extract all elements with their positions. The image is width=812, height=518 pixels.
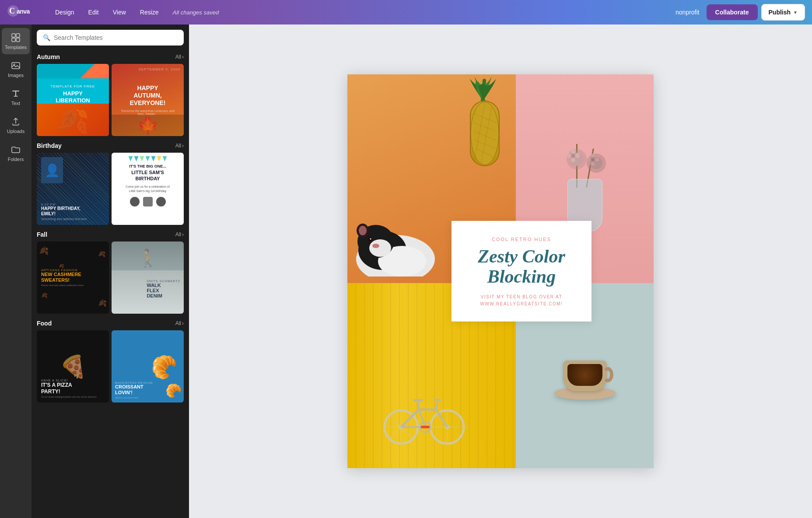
svg-rect-53 xyxy=(421,426,430,428)
vase xyxy=(567,153,602,231)
svg-line-51 xyxy=(436,401,438,410)
section-title-autumn: Autumn xyxy=(37,53,60,60)
topnav: C anva Design Edit View Resize All chang… xyxy=(0,0,812,24)
search-icon: 🔍 xyxy=(43,34,50,41)
svg-rect-50 xyxy=(413,399,423,402)
svg-text:C: C xyxy=(9,7,15,15)
sidebar-item-folders[interactable]: Folders xyxy=(2,140,30,166)
template-grid-food: 🍕 HAVE A SLICE! IT'S A PIZZAPARTY! Go to… xyxy=(37,330,184,402)
sidebar-item-uploads[interactable]: Uploads xyxy=(2,112,30,138)
svg-line-49 xyxy=(418,401,419,410)
template-card-autumn2[interactable]: SEPTEMBER 5, 2024 HAPPYAUTUMN,EVERYONE! … xyxy=(112,64,184,136)
svg-point-31 xyxy=(567,154,571,158)
icon-sidebar: Templates Images Text xyxy=(0,24,32,518)
search-bar: 🔍 xyxy=(32,24,189,49)
publish-button[interactable]: Publish ▼ xyxy=(761,4,805,21)
image-icon xyxy=(10,60,21,71)
upload-icon xyxy=(10,116,21,127)
design-canvas[interactable]: COOL RETRO HUES Zesty Color Blocking VIS… xyxy=(347,74,654,468)
svg-point-38 xyxy=(591,158,594,161)
svg-point-21 xyxy=(369,239,391,257)
overlay-subtitle: COOL RETRO HUES xyxy=(466,237,578,242)
template-grid-fall: 🍂 🍂 🍂 🍂 🍂 ARTISANS FASHION NEW CASHMERES… xyxy=(37,242,184,314)
save-status: All changes saved xyxy=(173,9,219,16)
canvas-area: COOL RETRO HUES Zesty Color Blocking VIS… xyxy=(189,24,812,518)
svg-point-9 xyxy=(471,102,499,165)
section-all-autumn[interactable]: All › xyxy=(175,54,184,60)
section-title-birthday: Birthday xyxy=(37,142,62,149)
canvas-text-overlay: COOL RETRO HUES Zesty Color Blocking VIS… xyxy=(452,221,592,322)
nav-design[interactable]: Design xyxy=(48,5,81,19)
svg-rect-5 xyxy=(12,38,15,42)
section-header-food: Food All › xyxy=(37,315,184,330)
section-header-autumn: Autumn All › xyxy=(37,49,184,64)
pineapple-shape xyxy=(468,79,503,166)
svg-point-24 xyxy=(372,244,379,248)
overlay-title: Zesty Color Blocking xyxy=(466,246,578,287)
svg-rect-6 xyxy=(16,38,20,42)
sidebar-templates-label: Templates xyxy=(5,45,27,50)
svg-rect-4 xyxy=(16,34,20,37)
text-icon xyxy=(10,88,21,99)
sidebar-item-images[interactable]: Images xyxy=(2,56,30,82)
search-input-wrap[interactable]: 🔍 xyxy=(37,30,184,46)
template-card-food2[interactable]: 🥐 🥐 MACKINTOSH BRIOCHE CROISSANTLOVIN'! … xyxy=(112,330,184,402)
sidebar-uploads-label: Uploads xyxy=(7,129,24,134)
svg-rect-3 xyxy=(12,34,15,37)
template-card-autumn1[interactable]: TEMPLATE FOR FREE HAPPYLIBERATIONDAY! So… xyxy=(37,64,109,136)
svg-point-32 xyxy=(571,154,575,158)
svg-point-26 xyxy=(359,226,367,235)
nonprofit-label: nonprofit xyxy=(668,5,706,19)
svg-point-37 xyxy=(587,158,590,161)
coffee-cup xyxy=(554,387,616,400)
section-all-fall[interactable]: All › xyxy=(175,231,184,238)
svg-point-28 xyxy=(571,149,575,154)
nav-view[interactable]: View xyxy=(106,5,133,19)
sidebar-images-label: Images xyxy=(8,73,24,78)
template-card-birthday1[interactable]: 👤 8:00 PM HAPPY BIRTHDAY,EMILY! Somethin… xyxy=(37,153,109,225)
nav-resize[interactable]: Resize xyxy=(133,5,166,19)
section-all-birthday[interactable]: All › xyxy=(175,143,184,149)
search-input[interactable] xyxy=(54,34,178,41)
template-card-fall2[interactable]: 🚶 SMITS SCHWARTZ WALKFLEXDENIM xyxy=(112,242,184,314)
bunting xyxy=(129,156,167,161)
chevron-down-icon: ▼ xyxy=(793,10,798,15)
template-card-fall1[interactable]: 🍂 🍂 🍂 🍂 🍂 ARTISANS FASHION NEW CASHMERES… xyxy=(37,242,109,314)
template-grid-birthday: 👤 8:00 PM HAPPY BIRTHDAY,EMILY! Somethin… xyxy=(37,153,184,225)
section-title-food: Food xyxy=(37,320,52,327)
svg-text:anva: anva xyxy=(17,8,30,15)
template-grid-autumn: TEMPLATE FOR FREE HAPPYLIBERATIONDAY! So… xyxy=(37,64,184,136)
section-header-birthday: Birthday All › xyxy=(37,138,184,153)
overlay-url: VISIT MY TEEN BLOG OVER AT WWW.REALLYGRE… xyxy=(466,294,578,308)
sidebar-text-label: Text xyxy=(11,101,20,106)
folder-icon xyxy=(10,144,21,155)
svg-point-34 xyxy=(591,154,595,157)
templates-scroll: Autumn All › TEMPLATE FOR FREE HAPPYLIBE… xyxy=(32,49,189,518)
sidebar-item-text[interactable]: Text xyxy=(2,84,30,110)
section-all-food[interactable]: All › xyxy=(175,320,184,326)
nav-edit[interactable]: Edit xyxy=(81,5,106,19)
section-header-fall: Fall All › xyxy=(37,227,184,242)
grid-icon xyxy=(10,32,21,43)
svg-point-23 xyxy=(370,238,371,240)
sidebar-folders-label: Folders xyxy=(8,157,24,162)
svg-point-36 xyxy=(591,162,595,166)
section-title-fall: Fall xyxy=(37,231,47,238)
svg-point-35 xyxy=(595,158,599,161)
template-card-birthday2[interactable]: IT'S THE BIG ONE...LITTLE SAM'SBIRTHDAY … xyxy=(112,153,184,225)
sidebar-item-templates[interactable]: Templates xyxy=(2,28,30,54)
main-layout: Templates Images Text xyxy=(0,24,812,518)
collaborate-button[interactable]: Collaborate xyxy=(707,4,758,20)
template-card-food1[interactable]: 🍕 HAVE A SLICE! IT'S A PIZZAPARTY! Go to… xyxy=(37,330,109,402)
svg-point-29 xyxy=(575,154,580,158)
svg-point-30 xyxy=(571,158,575,162)
publish-label: Publish xyxy=(769,9,791,16)
templates-panel: 🔍 Autumn All › TEMPLATE FOR FREE HA xyxy=(32,24,189,518)
canva-logo: C anva xyxy=(7,5,38,20)
